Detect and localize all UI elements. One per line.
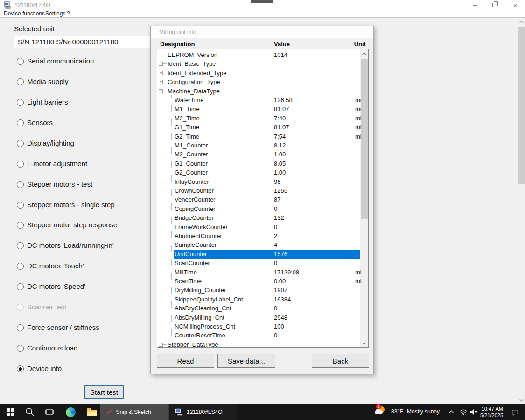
tree-row-g2_time[interactable]: G2_Time7:54mi [157, 132, 360, 141]
weather-condition-text[interactable]: Mostly sunny [407, 408, 440, 415]
read-button[interactable]: Read [157, 354, 214, 368]
collapse-minus-icon[interactable]: − [159, 89, 163, 93]
column-header-value: Value [274, 41, 290, 48]
menu-item-device-functions[interactable]: Device functions [4, 10, 45, 17]
tree-row-crowncounter[interactable]: CrownCounter1255 [157, 186, 360, 196]
tree-row-g1_counter[interactable]: G1_Counter8.05 [157, 159, 360, 168]
start-test-button[interactable]: Start test [84, 385, 124, 399]
tree-guide-line [161, 53, 161, 344]
tree-scroll-up-button[interactable] [360, 49, 368, 57]
tree-row-counterresettime[interactable]: CounterResetTime0 [157, 331, 360, 340]
tree-row-ncmillingprocess_cnt[interactable]: NCMillingProcess_Cnt100 [157, 322, 360, 331]
tray-expand-button[interactable] [446, 404, 457, 420]
task-view-button[interactable] [42, 404, 57, 420]
tree-row-ident_extended_type[interactable]: +Ident_Extended_Type [157, 69, 360, 78]
expand-plus-icon[interactable]: + [159, 343, 163, 347]
row-designation: FrameWorkCounter [175, 224, 228, 231]
tree-scrollbar[interactable] [360, 49, 368, 347]
tree-scrollbar-thumb[interactable] [361, 59, 368, 219]
menu-bar: Device functionsSettings? [0, 10, 525, 18]
back-button[interactable]: Back [312, 354, 369, 368]
tree-row-configuration_type[interactable]: +Configuration_Type [157, 77, 360, 87]
save-data-button[interactable]: Save data... [217, 354, 275, 368]
tree-row-inlaycounter[interactable]: InlayCounter96 [157, 177, 360, 187]
minimize-button[interactable] [468, 0, 483, 10]
tree-row-stepper_datatype[interactable]: +Stepper_DataType [157, 340, 360, 348]
tree-row-frameworkcounter[interactable]: FrameWorkCounter0 [157, 223, 360, 232]
tree-row-veneercounter[interactable]: VeneerCounter87 [157, 195, 360, 204]
tree-connector [163, 82, 167, 82]
tree-row-absdrycleaning_cnt[interactable]: AbsDryCleaning_Cnt0 [157, 304, 360, 313]
row-value: 1.00 [274, 169, 286, 176]
tree-row-watertime[interactable]: WaterTime126:58mi [157, 96, 360, 105]
tree-row-absdrymilling_cnt[interactable]: AbsDryMilling_Cnt2948 [157, 313, 360, 322]
radio-icon [17, 324, 24, 331]
edge-icon [66, 407, 76, 417]
row-unit: mi [355, 278, 362, 285]
chevron-up-icon [519, 21, 524, 23]
taskbar-app-snip-sketch[interactable]: ✂ Snip & Sketch [100, 404, 168, 420]
snip-sketch-label: Snip & Sketch [116, 409, 151, 415]
milling-unit-info-dialog: Milling unit info Designation Value Unit… [150, 26, 374, 374]
edge-browser-button[interactable] [63, 404, 78, 420]
tree-row-samplecounter[interactable]: SampleCounter4 [157, 240, 360, 250]
windows-logo-icon [7, 408, 14, 416]
row-value: 0 [274, 205, 277, 212]
row-value: 81:07 [274, 105, 289, 112]
search-icon [25, 407, 35, 417]
start-button[interactable] [3, 404, 18, 420]
expand-plus-icon[interactable]: + [159, 71, 163, 75]
row-value: 87 [274, 196, 280, 203]
row-unit: mi [355, 124, 362, 131]
tree-row-bridgecounter[interactable]: BridgeCounter132 [157, 213, 360, 223]
tree-connector [172, 127, 174, 127]
tree-row-copingcounter[interactable]: CopingCounter0 [157, 204, 360, 214]
chevron-up-icon [448, 410, 454, 414]
selected-unit-label: Selected unit [14, 25, 55, 33]
menu-item-settings[interactable]: Settings [45, 10, 65, 17]
tree-row-abutmentcounter[interactable]: AbutmentCounter2 [157, 231, 360, 241]
tree-row-milltime[interactable]: MillTime17129:08mi [157, 268, 360, 277]
tree-row-ident_basic_type[interactable]: +Ident_Basic_Type [157, 59, 360, 69]
expand-plus-icon[interactable]: + [159, 62, 163, 66]
tree-row-m2_counter[interactable]: M2_Counter1.00 [157, 150, 360, 159]
tree-row-scantime[interactable]: ScanTime0:00mi [157, 277, 360, 286]
tree-scroll-down-button[interactable] [360, 339, 368, 347]
row-value: 7:40 [274, 115, 286, 122]
tree-row-m1_counter[interactable]: M1_Counter8.12 [157, 141, 360, 150]
row-designation: Stepper_DataType [168, 341, 218, 348]
main-scroll-up-button[interactable] [518, 18, 525, 26]
tree-row-m2_time[interactable]: M2_Time7:40mi [157, 114, 360, 123]
weather-widget[interactable]: 1 [374, 405, 387, 418]
action-center-button[interactable] [508, 404, 522, 420]
close-button[interactable]: × [508, 0, 523, 10]
network-button[interactable] [458, 404, 469, 420]
tree-row-eeprom_version[interactable]: EEPROM_Version1014 [157, 50, 360, 60]
notification-badge: 1 [376, 404, 381, 409]
tree-row-skippedqualitylabel_cnt[interactable]: SkippedQualityLabel_Cnt16384 [157, 295, 360, 304]
expand-plus-icon[interactable]: + [159, 80, 163, 84]
menu-item-[interactable]: ? [67, 10, 70, 17]
tree-row-m1_time[interactable]: M1_Time81:07mi [157, 105, 360, 114]
tree-row-scancounter[interactable]: ScanCounter0 [157, 259, 360, 268]
tree-row-drymilling_counter[interactable]: DryMilling_Counter1907 [157, 286, 360, 295]
temperature-text[interactable]: 83°F [391, 408, 403, 415]
restore-button[interactable] [487, 0, 502, 10]
tree-row-g1_time[interactable]: G1_Time81:07mi [157, 123, 360, 132]
main-scrollbar-thumb[interactable] [518, 27, 525, 184]
file-explorer-button[interactable] [84, 404, 99, 420]
tree-row-g2_counter[interactable]: G2_Counter1.00 [157, 168, 360, 177]
row-value: 4 [274, 241, 277, 248]
row-designation: UnitCounter [175, 251, 207, 258]
tree-connector [172, 145, 174, 146]
tree-row-machine_datatype[interactable]: −Machine_DataType [157, 87, 360, 96]
dialog-titlebar[interactable]: Milling unit info [151, 26, 373, 38]
main-scrollbar[interactable] [517, 18, 525, 404]
app-computer-icon [175, 407, 183, 417]
radio-label: DC motors 'Load/running-in' [27, 241, 114, 249]
clock[interactable]: 10:47 AM 5/21/2025 [475, 406, 503, 419]
main-scroll-down-button[interactable] [518, 396, 525, 404]
search-button[interactable] [22, 404, 37, 420]
tree-row-unitcounter[interactable]: UnitCounter1576 [157, 250, 360, 259]
taskbar-app-121180[interactable]: 121180#LS4O [168, 404, 237, 420]
